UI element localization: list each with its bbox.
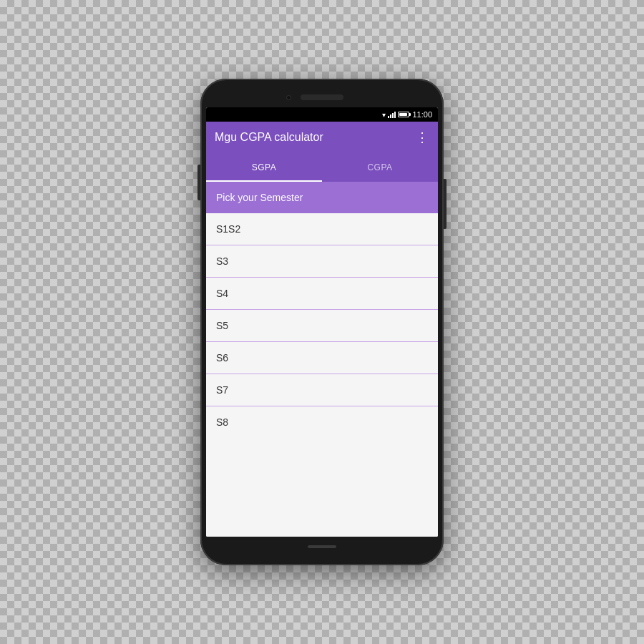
list-item-s7[interactable]: S7 — [206, 374, 438, 406]
tab-bar: SGPA CGPA — [206, 153, 438, 182]
app-title: Mgu CGPA calculator — [215, 131, 416, 144]
list-item-s1s2[interactable]: S1S2 — [206, 213, 438, 245]
signal-bar-1 — [388, 116, 389, 118]
tab-sgpa[interactable]: SGPA — [206, 153, 322, 182]
phone-device: ▾ 11:00 Mgu CGPA calculator ⋮ — [200, 79, 444, 565]
signal-icon — [388, 111, 396, 118]
list-item-s4[interactable]: S4 — [206, 278, 438, 310]
list-container: Pick your Semester S1S2 S3 S4 S5 S6 S7 S… — [206, 182, 438, 537]
signal-bar-3 — [392, 113, 394, 118]
more-options-icon[interactable]: ⋮ — [416, 130, 429, 145]
home-indicator — [308, 545, 336, 548]
app-bar: Mgu CGPA calculator ⋮ — [206, 122, 438, 153]
list-header: Pick your Semester — [206, 182, 438, 213]
phone-top-bar — [206, 87, 438, 107]
speaker — [301, 94, 343, 100]
list-item-s3[interactable]: S3 — [206, 245, 438, 278]
signal-bar-2 — [390, 114, 391, 118]
battery-icon — [398, 112, 409, 117]
status-time: 11:00 — [412, 110, 432, 119]
list-item-s8[interactable]: S8 — [206, 406, 438, 438]
front-camera — [286, 95, 291, 100]
status-bar: ▾ 11:00 — [206, 107, 438, 122]
status-icons: ▾ — [382, 111, 409, 119]
phone-screen: ▾ 11:00 Mgu CGPA calculator ⋮ — [206, 107, 438, 537]
tab-cgpa[interactable]: CGPA — [322, 153, 438, 182]
list-item-s6[interactable]: S6 — [206, 342, 438, 374]
phone-bottom — [308, 537, 336, 557]
wifi-icon: ▾ — [382, 111, 386, 119]
signal-bar-4 — [394, 112, 396, 118]
list-item-s5[interactable]: S5 — [206, 310, 438, 342]
battery-fill — [399, 113, 407, 116]
